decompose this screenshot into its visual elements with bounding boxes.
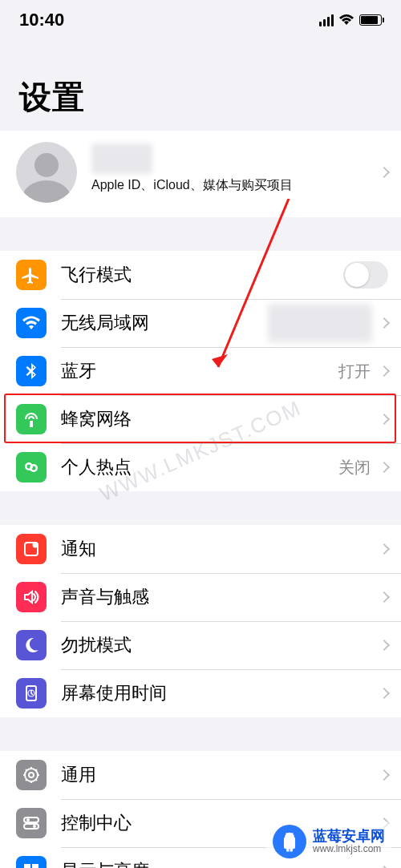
chevron-right-icon bbox=[379, 365, 390, 377]
screentime-label: 屏幕使用时间 bbox=[61, 681, 375, 705]
row-general[interactable]: 通用 bbox=[0, 751, 401, 799]
bluetooth-label: 蓝牙 bbox=[61, 359, 338, 383]
svg-rect-8 bbox=[24, 824, 38, 829]
chevron-right-icon bbox=[379, 317, 390, 329]
display-icon bbox=[16, 856, 47, 868]
android-icon bbox=[273, 825, 306, 858]
battery-icon bbox=[359, 14, 382, 26]
screentime-icon bbox=[16, 678, 47, 709]
toggle-airplane[interactable] bbox=[343, 261, 388, 289]
chevron-right-icon bbox=[379, 640, 390, 651]
profile-name-redacted bbox=[91, 143, 152, 174]
svg-point-5 bbox=[29, 773, 34, 777]
section-connectivity: 飞行模式 无线局域网 蓝牙 打开 蜂窝网络 个人热点 关闭 bbox=[0, 251, 401, 491]
apple-id-subtitle: Apple ID、iCloud、媒体与购买项目 bbox=[91, 177, 375, 194]
hotspot-icon bbox=[16, 452, 47, 482]
sounds-icon bbox=[16, 582, 47, 612]
chevron-right-icon bbox=[379, 414, 390, 425]
row-notifications[interactable]: 通知 bbox=[0, 525, 401, 573]
wifi-icon bbox=[338, 14, 354, 26]
apple-id-row[interactable]: Apple ID、iCloud、媒体与购买项目 bbox=[0, 131, 401, 217]
control-center-icon bbox=[16, 808, 47, 838]
wifi-row-icon bbox=[16, 308, 47, 338]
notifications-icon bbox=[16, 534, 47, 564]
dnd-label: 勿扰模式 bbox=[61, 633, 375, 657]
row-sounds[interactable]: 声音与触感 bbox=[0, 573, 401, 621]
wifi-value-redacted bbox=[268, 304, 372, 342]
dnd-icon bbox=[16, 630, 47, 660]
bluetooth-icon bbox=[16, 356, 47, 386]
row-cellular[interactable]: 蜂窝网络 bbox=[0, 395, 401, 443]
cellular-icon bbox=[16, 404, 47, 434]
hotspot-value: 关闭 bbox=[338, 457, 371, 478]
row-airplane-mode[interactable]: 飞行模式 bbox=[0, 251, 401, 299]
watermark-url: www.lmkjst.com bbox=[313, 844, 385, 855]
chevron-right-icon bbox=[379, 688, 390, 699]
watermark-logo: 蓝莓安卓网 www.lmkjst.com bbox=[266, 822, 391, 862]
airplane-label: 飞行模式 bbox=[61, 263, 343, 287]
section-apple-id: Apple ID、iCloud、媒体与购买项目 bbox=[0, 131, 401, 217]
bluetooth-value: 打开 bbox=[338, 361, 371, 382]
svg-point-9 bbox=[33, 825, 36, 828]
cellular-label: 蜂窝网络 bbox=[61, 407, 375, 431]
avatar bbox=[16, 142, 77, 203]
row-bluetooth[interactable]: 蓝牙 打开 bbox=[0, 347, 401, 395]
chevron-right-icon bbox=[379, 167, 390, 178]
status-bar: 10:40 bbox=[0, 0, 401, 40]
status-icons bbox=[319, 14, 382, 26]
watermark-title: 蓝莓安卓网 bbox=[313, 828, 385, 845]
notifications-label: 通知 bbox=[61, 537, 375, 561]
chevron-right-icon bbox=[379, 462, 390, 473]
svg-point-1 bbox=[33, 543, 38, 548]
general-label: 通用 bbox=[61, 763, 375, 787]
chevron-right-icon bbox=[379, 769, 390, 781]
row-wifi[interactable]: 无线局域网 bbox=[0, 299, 401, 347]
row-screentime[interactable]: 屏幕使用时间 bbox=[0, 669, 401, 717]
svg-rect-6 bbox=[24, 818, 38, 822]
row-dnd[interactable]: 勿扰模式 bbox=[0, 621, 401, 669]
chevron-right-icon bbox=[379, 543, 390, 555]
page-title: 设置 bbox=[0, 40, 401, 131]
svg-point-7 bbox=[26, 818, 30, 822]
chevron-right-icon bbox=[379, 591, 390, 603]
hotspot-label: 个人热点 bbox=[61, 455, 338, 479]
wifi-label: 无线局域网 bbox=[61, 311, 268, 335]
sounds-label: 声音与触感 bbox=[61, 585, 375, 609]
status-time: 10:40 bbox=[19, 10, 64, 30]
section-notifications: 通知 声音与触感 勿扰模式 屏幕使用时间 bbox=[0, 525, 401, 717]
signal-icon bbox=[319, 14, 334, 26]
airplane-icon bbox=[16, 260, 47, 290]
row-hotspot[interactable]: 个人热点 关闭 bbox=[0, 443, 401, 491]
general-icon bbox=[16, 760, 47, 790]
